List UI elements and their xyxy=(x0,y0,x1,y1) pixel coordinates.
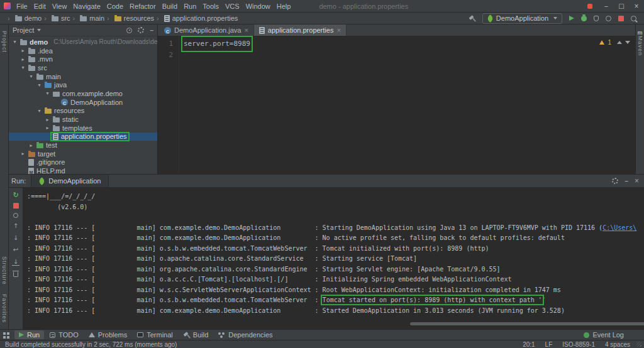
menu-item[interactable]: File xyxy=(13,3,31,10)
horizontal-scrollbar[interactable] xyxy=(410,322,644,325)
stop-button[interactable] xyxy=(618,16,624,21)
tree-chevron-icon[interactable] xyxy=(11,39,18,45)
breadcrumb-item[interactable]: main xyxy=(70,14,105,22)
toolwindow-dependencies[interactable]: Dependencies xyxy=(214,330,277,339)
tree-item[interactable]: .mvn xyxy=(9,55,157,63)
breadcrumb-item[interactable]: demo xyxy=(5,14,42,22)
breadcrumb-item[interactable]: application.properties xyxy=(154,14,238,22)
run-tab[interactable]: DemoApplication xyxy=(31,175,109,187)
project-tool-button[interactable]: Project xyxy=(1,31,8,53)
tree-chevron-icon[interactable] xyxy=(28,73,35,79)
clear-console-button[interactable] xyxy=(13,272,18,277)
tree-chevron-icon[interactable] xyxy=(19,65,26,70)
tree-item[interactable]: .idea xyxy=(9,46,157,55)
close-tab-icon[interactable] xyxy=(244,26,248,34)
run-with-coverage-button[interactable] xyxy=(594,16,599,21)
tree-item[interactable]: com.example.demo xyxy=(9,89,157,98)
favorites-tool-button[interactable]: Favorites xyxy=(1,294,8,323)
tree-item[interactable]: main xyxy=(9,72,157,81)
stop-button[interactable] xyxy=(13,203,19,209)
maximize-window-button[interactable] xyxy=(614,3,629,9)
editor-tab[interactable]: application.properties xyxy=(254,24,347,36)
menu-item[interactable]: Code xyxy=(104,3,126,10)
profiler-button[interactable] xyxy=(606,16,611,21)
menu-item[interactable]: View xyxy=(49,3,70,10)
close-panel-icon[interactable] xyxy=(635,177,639,185)
close-tab-icon[interactable] xyxy=(336,26,340,34)
tree-item[interactable]: demo C:\Users\Amiya Routh\Downloads\demo xyxy=(9,38,157,46)
tree-item[interactable]: target xyxy=(9,150,157,158)
project-panel-title[interactable]: Project xyxy=(13,26,34,34)
tree-chevron-icon[interactable] xyxy=(44,117,51,122)
hide-panel-icon[interactable] xyxy=(150,26,153,34)
rerun-button[interactable] xyxy=(12,191,19,198)
pin-tab-button[interactable] xyxy=(13,213,18,218)
menu-item[interactable]: Edit xyxy=(31,3,49,10)
menu-item[interactable]: Window xyxy=(243,3,274,10)
editor-tab[interactable]: DemoApplication.java xyxy=(159,24,254,36)
next-warning-icon[interactable] xyxy=(625,41,630,44)
tree-chevron-icon[interactable] xyxy=(19,151,26,156)
file-path-link[interactable]: C:\Users\ xyxy=(602,224,636,231)
down-stack-trace-button[interactable] xyxy=(12,234,19,242)
tree-chevron-icon[interactable] xyxy=(19,57,26,62)
close-window-button[interactable] xyxy=(629,2,644,11)
tree-chevron-icon[interactable] xyxy=(36,82,43,88)
run-settings-icon[interactable] xyxy=(612,178,618,184)
file-encoding[interactable]: ISO-8859-1 xyxy=(562,341,595,348)
menu-item[interactable]: Navigate xyxy=(70,3,103,10)
toolwindow-run[interactable]: Run xyxy=(14,330,44,339)
menu-item[interactable]: Run xyxy=(180,3,199,10)
tree-item[interactable]: src xyxy=(9,63,157,72)
tree-item[interactable]: application.properties xyxy=(9,133,157,141)
chevron-down-icon[interactable] xyxy=(37,29,41,31)
debug-button[interactable] xyxy=(581,16,587,21)
menu-item[interactable]: Help xyxy=(274,3,294,10)
run-button[interactable] xyxy=(569,16,574,21)
tree-item[interactable]: java xyxy=(9,80,157,89)
tree-chevron-icon[interactable] xyxy=(44,90,51,96)
tree-item[interactable]: templates xyxy=(9,124,157,133)
line-separator[interactable]: LF xyxy=(545,341,553,348)
run-config-dropdown[interactable]: DemoApplication xyxy=(482,13,562,24)
tree-item[interactable]: .gitignore xyxy=(9,158,157,167)
tree-chevron-icon[interactable] xyxy=(36,108,43,114)
toolwindow-todo[interactable]: TODO xyxy=(45,330,83,339)
event-log-button[interactable]: Event Log xyxy=(584,331,624,339)
tree-item[interactable]: static xyxy=(9,115,157,124)
menu-item[interactable]: Refactor xyxy=(126,3,159,10)
minimize-panel-icon[interactable] xyxy=(625,177,628,185)
menu-item[interactable]: VCS xyxy=(222,3,243,10)
tree-item[interactable]: HELP.md xyxy=(9,166,157,174)
structure-tool-button[interactable]: Structure xyxy=(1,256,8,285)
toolwindow-build[interactable]: Build xyxy=(179,330,213,339)
breadcrumb-item[interactable]: resources xyxy=(104,14,154,22)
toolwindow-terminal[interactable]: Terminal xyxy=(133,330,177,339)
console-output[interactable]: :====|___/=/_/_/_/ (v2.6.0) : INFO 17116… xyxy=(23,188,644,330)
locate-file-icon[interactable] xyxy=(126,28,132,33)
up-stack-trace-button[interactable] xyxy=(12,222,19,230)
maven-tool-button[interactable]: Maven xyxy=(637,36,643,56)
resize-grip[interactable] xyxy=(636,342,641,347)
prev-warning-icon[interactable] xyxy=(617,41,622,44)
warning-count[interactable]: 1 xyxy=(608,39,611,46)
tree-chevron-icon[interactable] xyxy=(28,143,35,148)
toolwindow-switcher-icon[interactable] xyxy=(3,332,6,335)
tree-item[interactable]: test xyxy=(9,141,157,150)
breadcrumb-item[interactable]: src xyxy=(42,14,70,22)
menu-item[interactable]: Build xyxy=(159,3,180,10)
editor-body[interactable]: 1 server.port=8989 2 1 xyxy=(158,36,635,174)
scroll-to-end-button[interactable] xyxy=(12,258,19,266)
soft-wrap-button[interactable] xyxy=(12,246,19,254)
tree-chevron-icon[interactable] xyxy=(19,48,26,53)
caret-position[interactable]: 20:1 xyxy=(523,341,535,348)
menu-item[interactable]: Tools xyxy=(199,3,222,10)
minimize-window-button[interactable] xyxy=(599,3,614,9)
search-everywhere-button[interactable] xyxy=(631,16,636,21)
indent-size[interactable]: 4 spaces xyxy=(605,341,630,348)
tree-item[interactable]: DemoApplication xyxy=(9,98,157,107)
code-text[interactable]: server.port=8989 xyxy=(184,38,250,50)
toolwindow-problems[interactable]: Problems xyxy=(84,330,131,339)
build-project-button[interactable] xyxy=(469,15,475,22)
tree-chevron-icon[interactable] xyxy=(44,125,51,131)
